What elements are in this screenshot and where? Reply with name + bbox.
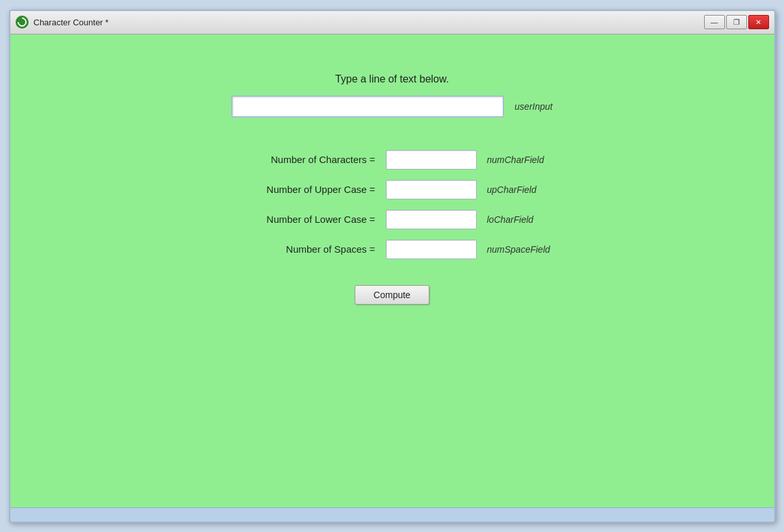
num-upper-row: Number of Upper Case = upCharField [207,180,578,199]
prompt-label: Type a line of text below. [335,73,449,85]
num-chars-row: Number of Characters = numCharField [207,150,578,170]
num-lower-label: Number of Lower Case = [207,214,375,225]
bottom-bar [10,507,774,522]
num-upper-label: Number of Upper Case = [207,184,375,195]
user-input[interactable] [231,95,504,118]
title-bar-left: Character Counter * [16,16,109,29]
num-chars-field-label: numCharField [487,155,578,165]
window-title: Character Counter * [34,18,109,27]
main-window: Character Counter * — ❐ ✕ Type a line of… [9,10,776,523]
num-spaces-field[interactable] [386,240,477,259]
num-lower-field[interactable] [386,210,477,229]
num-spaces-field-label: numSpaceField [487,244,578,255]
content-area: Type a line of text below. userInput Num… [10,34,774,507]
restore-button[interactable]: ❐ [726,15,747,29]
num-spaces-row: Number of Spaces = numSpaceField [207,240,578,259]
leaf-icon [16,16,29,29]
compute-button[interactable]: Compute [355,285,429,305]
num-spaces-label: Number of Spaces = [207,244,375,255]
title-bar: Character Counter * — ❐ ✕ [10,11,774,34]
num-lower-row: Number of Lower Case = loCharField [207,210,578,229]
num-upper-field[interactable] [386,180,477,199]
close-button[interactable]: ✕ [748,15,769,29]
minimize-button[interactable]: — [704,15,725,29]
results-grid: Number of Characters = numCharField Numb… [207,150,578,259]
window-controls: — ❐ ✕ [704,15,769,29]
num-upper-field-label: upCharField [487,184,578,195]
user-input-row: userInput [231,95,552,118]
num-lower-field-label: loCharField [487,214,578,225]
num-chars-field[interactable] [386,150,477,170]
num-chars-label: Number of Characters = [207,154,375,165]
user-input-field-label: userInput [514,101,552,112]
